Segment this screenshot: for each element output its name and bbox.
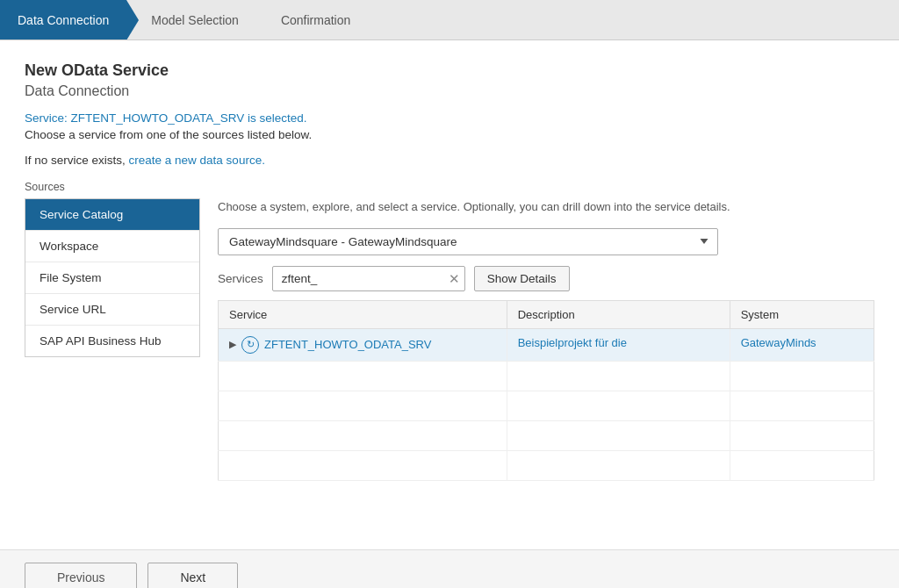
expand-arrow-icon[interactable]: ▶ [229, 339, 236, 350]
services-label: Services [218, 272, 263, 285]
table-cell-service: ▶ ↻ ZFTENT_HOWTO_ODATA_SRV [219, 328, 507, 361]
system-dropdown[interactable]: GatewayMindsquare - GatewayMindsquare [218, 228, 718, 255]
no-service-prefix: If no service exists, [25, 154, 129, 167]
tab-model-selection-label: Model Selection [151, 13, 239, 27]
description-text: Beispielprojekt für die [518, 336, 627, 349]
sidebar-item-sap-api-label: SAP API Business Hub [40, 334, 162, 348]
col-header-description: Description [507, 300, 730, 328]
empty-cell [219, 391, 507, 420]
footer: Previous Next [0, 549, 899, 588]
main-content: New OData Service Data Connection Servic… [0, 40, 899, 549]
col-header-service: Service [219, 300, 507, 328]
empty-cell [730, 420, 874, 450]
empty-cell [219, 450, 507, 480]
sidebar-item-sap-api[interactable]: SAP API Business Hub [25, 326, 199, 356]
empty-cell [507, 361, 730, 391]
system-text: GatewayMinds [741, 336, 816, 349]
next-button[interactable]: Next [147, 563, 238, 588]
wizard-nav: Data Connection Model Selection Confirma… [0, 0, 899, 40]
empty-cell [730, 450, 874, 480]
sources-label: Sources [25, 181, 874, 193]
table-row[interactable]: ▶ ↻ ZFTENT_HOWTO_ODATA_SRV Beispielproje… [219, 328, 874, 361]
search-clear-button[interactable]: ✕ [449, 272, 460, 285]
sidebar-item-service-url-label: Service URL [40, 303, 106, 316]
right-panel-description: Choose a system, explore, and select a s… [218, 198, 874, 216]
choose-text: Choose a service from one of the sources… [25, 128, 874, 141]
table-cell-description: Beispielprojekt für die [507, 328, 730, 361]
services-table: Service Description System ▶ ↻ ZFTENT_HO… [218, 300, 874, 481]
service-name-link[interactable]: ZFTENT_HOWTO_ODATA_SRV [264, 338, 431, 351]
services-search-input[interactable] [272, 266, 465, 291]
tab-data-connection-label: Data Connection [18, 13, 109, 27]
tab-confirmation[interactable]: Confirmation [256, 0, 368, 39]
table-row [219, 420, 874, 450]
sidebar-item-service-url[interactable]: Service URL [25, 294, 199, 326]
col-header-system: System [730, 300, 874, 328]
table-cell-system: GatewayMinds [730, 328, 874, 361]
empty-cell [507, 450, 730, 480]
row-expand-container: ▶ ↻ ZFTENT_HOWTO_ODATA_SRV [229, 336, 496, 354]
right-panel: Choose a system, explore, and select a s… [200, 198, 874, 481]
source-list-container: Service Catalog Workspace File System Se… [25, 198, 200, 481]
table-header-row: Service Description System [219, 300, 874, 328]
service-icon: ↻ [241, 336, 259, 354]
create-data-source-link[interactable]: create a new data source. [129, 154, 265, 167]
table-row [219, 450, 874, 480]
table-row [219, 391, 874, 420]
tab-confirmation-label: Confirmation [281, 13, 350, 27]
page-subtitle: Data Connection [25, 83, 874, 99]
empty-cell [219, 420, 507, 450]
sidebar-item-file-system[interactable]: File System [25, 262, 199, 294]
sidebar-item-file-system-label: File System [40, 271, 102, 284]
previous-button[interactable]: Previous [25, 563, 137, 588]
no-service-text: If no service exists, create a new data … [25, 154, 874, 167]
sidebar-item-service-catalog-label: Service Catalog [40, 208, 123, 221]
service-selected-text: Service: ZFTENT_HOWTO_ODATA_SRV is selec… [25, 111, 874, 125]
sidebar-item-workspace[interactable]: Workspace [25, 231, 199, 262]
source-list: Service Catalog Workspace File System Se… [25, 198, 200, 357]
services-row: Services ✕ Show Details [218, 266, 874, 291]
tab-data-connection[interactable]: Data Connection [0, 0, 126, 39]
show-details-button[interactable]: Show Details [474, 266, 570, 291]
empty-cell [730, 391, 874, 420]
sidebar-item-service-catalog[interactable]: Service Catalog [25, 199, 199, 231]
empty-cell [730, 361, 874, 391]
sources-wrapper: Service Catalog Workspace File System Se… [25, 198, 874, 481]
empty-cell [507, 391, 730, 420]
table-row [219, 361, 874, 391]
sidebar-item-workspace-label: Workspace [40, 240, 98, 253]
search-input-wrapper: ✕ [272, 266, 465, 291]
page-title: New OData Service [25, 61, 874, 80]
empty-cell [219, 361, 507, 391]
empty-cell [507, 420, 730, 450]
tab-model-selection[interactable]: Model Selection [126, 0, 256, 39]
